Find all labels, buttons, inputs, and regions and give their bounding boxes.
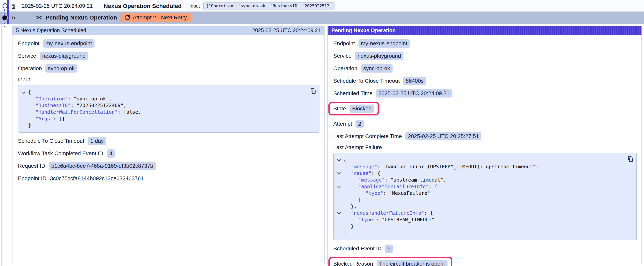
field-value-badge: 2025-02-25 UTC 20:25:27.51 [406,132,482,140]
selected-rows-indicator-bar [7,1,9,24]
input-code-block: {"Operation": "sync-op-ok","BusinessID":… [18,85,320,133]
field-row: Scheduled Time2025-02-25 UTC 20:24:09.21 [333,89,452,98]
code-text: } [28,122,31,129]
collapse-chevron-icon[interactable] [334,183,344,190]
field-label: Service [333,53,352,59]
field-list: Schedule To Close Timeout1 dayWorkflow T… [18,137,320,182]
collapse-chevron-icon[interactable] [334,157,344,163]
card-body: Endpointmy-nexus-endpointServicenexus-pl… [328,35,642,266]
retry-status-badge[interactable]: Attempt 2 · Next Retry [120,13,191,22]
card-body: Endpointmy-nexus-endpointServicenexus-pl… [12,35,324,182]
code-gutter [334,177,344,183]
code-line: } [334,197,633,203]
collapse-chevron-icon[interactable] [334,210,344,216]
code-line: "type": "NexusFailure" [334,190,633,197]
collapse-chevron-icon[interactable] [334,170,344,177]
code-line: "applicationFailureInfo": { [334,183,633,190]
code-gutter [334,163,344,170]
field-value-badge: my-nexus-endpoint [43,39,94,48]
input-label: Input [190,3,200,9]
code-text: "message": "handler error (UPSTREAM_TIME… [351,163,538,170]
event-timestamp: 2025-02-25 UTC 20:24:09.21 [22,3,93,9]
collapse-chevron-icon[interactable] [19,89,28,96]
field-value-badge: Blocked [350,105,374,113]
event-row-scheduled[interactable]: 5 2025-02-25 UTC 20:24:09.21 Nexus Opera… [0,1,644,12]
field-value-badge: nexus-playground [355,52,404,60]
input-section-label: Input [18,76,320,83]
field-label: Service [18,53,36,59]
code-line: "Args": [] [19,115,316,122]
field-label: Scheduled Event ID [333,245,382,252]
code-gutter [19,102,28,109]
code-line: { [19,89,316,96]
event-row-pending[interactable]: 5 Pending Nexus Operation Attempt 2 · Ne… [0,12,644,24]
code-text: { [28,89,31,96]
event-id-link[interactable]: 5 [12,15,15,21]
event-details-area: 5 Nexus Operation Scheduled 2025-02-25 U… [0,24,644,266]
field-value-badge: 5 [385,244,393,253]
field-value-link[interactable]: 3c0c75ccfa8144b092c13ce632463761 [50,175,144,182]
code-text: "Operation": "sync-op-ok", [36,96,112,102]
code-line: "message": "upstream timeout", [334,177,633,183]
event-title: Nexus Operation Scheduled [104,3,182,9]
field-label: Operation [333,65,357,72]
input-preview-badge: {"Operation":"sync-op-ok","BusinessID":"… [203,2,334,10]
code-line: "HandlerWaitForCancellation": false, [19,109,316,115]
code-gutter [334,230,344,236]
pending-operation-card: Pending Nexus Operation Endpointmy-nexus… [328,26,642,264]
code-text: }, [351,203,357,210]
field-label: Operation [18,65,42,72]
code-line: { [334,157,633,163]
scheduled-event-card: 5 Nexus Operation Scheduled 2025-02-25 U… [12,26,324,264]
field-value-badge: 1 day [88,137,106,145]
event-id-link[interactable]: 5 [12,3,15,9]
field-value-badge: nexus-playground [40,52,88,60]
code-text: "applicationFailureInfo": { [358,183,438,190]
code-line: } [334,223,633,230]
field-row: Attempt2 [333,120,364,128]
code-gutter [334,223,344,230]
code-text: "type": "NexusFailure" [366,190,430,197]
field-row: Schedule To Close Timeout86400s [333,77,426,85]
field-value-badge: 2025-02-25 UTC 20:24:09.21 [376,89,452,98]
field-label: Blocked Reason [333,261,373,266]
highlighted-field-row: Blocked ReasonThe circuit breaker is ope… [328,257,452,266]
code-text: "Args": [] [36,115,65,122]
pending-card-header: Pending Nexus Operation [328,26,642,35]
code-text: "message": "upstream timeout", [358,177,446,183]
field-row: Last Attempt Complete Time2025-02-25 UTC… [333,132,482,140]
card-title: 5 Nexus Operation Scheduled [16,28,86,34]
code-gutter [334,203,344,210]
retry-badge-label: Attempt 2 · Next Retry [133,15,187,21]
field-value-badge: b1c6a4bc-8ee7-468a-9169-df3b02c8737b [49,162,156,170]
code-gutter [19,122,28,129]
code-line: "message": "handler error (UPSTREAM_TIME… [334,163,633,170]
field-list: Scheduled Event ID5Blocked ReasonThe cir… [333,244,637,266]
code-gutter [19,109,28,115]
field-row: Endpointmy-nexus-endpoint [333,39,410,48]
field-row: Operationsync-op-ok [333,64,392,73]
copy-button[interactable] [627,156,634,162]
json-viewer: {"Operation": "sync-op-ok","BusinessID":… [19,89,316,129]
json-viewer: {"message": "handler error (UPSTREAM_TIM… [334,157,633,236]
field-row: Servicenexus-playground [333,52,404,60]
field-value-badge: 4 [107,149,115,158]
field-label: Endpoint ID [18,175,46,182]
code-line: } [334,230,633,236]
pending-event-title: Pending Nexus Operation [46,14,117,21]
pending-asterisk-icon [36,14,42,21]
copy-button[interactable] [310,88,316,94]
field-value-badge: 2 [356,120,364,128]
code-text: "HandlerWaitForCancellation": false, [36,109,141,115]
field-value-badge: 86400s [403,77,426,85]
code-line: "type": "UPSTREAM_TIMEOUT" [334,216,633,223]
code-gutter [19,96,28,102]
code-gutter [334,197,344,203]
copy-icon [310,88,316,94]
field-row: Endpointmy-nexus-endpoint [18,39,94,48]
code-text: "cause": { [351,170,380,177]
code-gutter [19,115,28,122]
card-timestamp: 2025-02-25 UTC 20:24:09.21 [252,28,321,34]
field-row: Scheduled Event ID5 [333,244,393,253]
code-line: "BusinessID": "20250225122409", [19,102,316,109]
